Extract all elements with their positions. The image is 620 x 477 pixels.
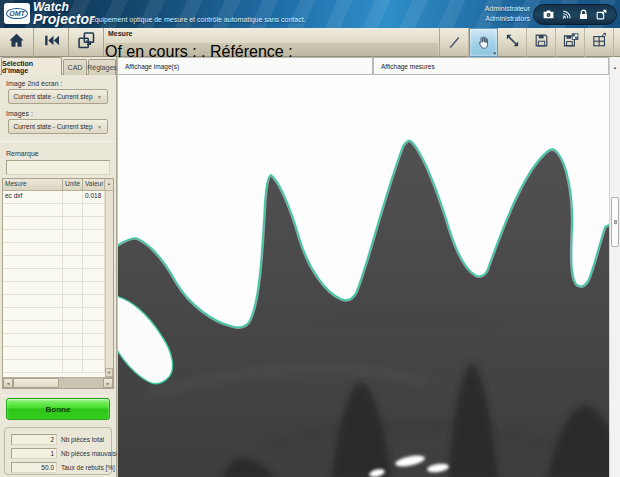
camera-image-viewport[interactable] bbox=[117, 75, 609, 477]
floppy-disk-icon bbox=[533, 32, 550, 53]
main-area: Affichage image(s) Affichage mesures bbox=[117, 57, 620, 477]
camera-icon[interactable] bbox=[542, 8, 555, 21]
col-valeur[interactable]: Valeur bbox=[83, 179, 105, 190]
main-toolbar: Mesure Of en cours : , Référence : test_… bbox=[0, 28, 620, 57]
scrollbar-grip bbox=[614, 220, 617, 224]
tab-affichage-images[interactable]: Affichage image(s) bbox=[117, 57, 373, 75]
home-button[interactable] bbox=[0, 28, 34, 57]
table-scroll-left[interactable]: ◄ bbox=[3, 378, 13, 388]
image-2nd-screen-select[interactable]: Current state - Current step ▼ bbox=[8, 89, 108, 104]
zoom-extents-button[interactable] bbox=[498, 28, 527, 57]
pan-hand-tool-button[interactable]: ▾ bbox=[469, 28, 498, 57]
line-tool-button[interactable] bbox=[440, 28, 469, 57]
omt-logo: OMT bbox=[4, 3, 30, 24]
table-row-empty bbox=[3, 217, 113, 230]
tab-cad[interactable]: CAD bbox=[63, 59, 87, 75]
save-image-with-overlay-button[interactable] bbox=[556, 28, 585, 57]
watchprojector-window: OMT Watch Projector Equipement optique d… bbox=[0, 0, 620, 477]
measure-table-header: Mesure Unité Valeur ▲ bbox=[3, 179, 113, 191]
lock-icon[interactable] bbox=[577, 8, 590, 21]
external-window-icon[interactable] bbox=[595, 8, 608, 21]
table-vertical-scrollbar[interactable] bbox=[105, 191, 113, 377]
table-row-empty bbox=[3, 269, 113, 282]
signal-icon[interactable] bbox=[560, 8, 573, 21]
table-scroll-up[interactable]: ▲ bbox=[105, 179, 113, 190]
images-label: Images : bbox=[6, 110, 33, 117]
rewind-icon bbox=[42, 31, 61, 54]
scrap-rate-label: Taux de rebuts [%] bbox=[61, 464, 115, 471]
divider bbox=[0, 141, 116, 142]
app-tagline: Equipement optique de mesure et contrôle… bbox=[90, 16, 306, 23]
measure-mode-button[interactable] bbox=[70, 28, 104, 57]
table-row-empty bbox=[3, 308, 113, 321]
back-to-start-button[interactable] bbox=[35, 28, 69, 57]
table-scroll-right[interactable]: ► bbox=[103, 378, 113, 388]
mode-info: Mesure bbox=[108, 30, 133, 37]
table-row-empty bbox=[3, 360, 113, 373]
measure-table-body: ec dxf 0.018 ▼ bbox=[3, 191, 113, 377]
image-vertical-scrollbar[interactable]: ▲ bbox=[609, 57, 620, 477]
total-parts-label: Nb pièces total bbox=[61, 436, 104, 443]
chevron-down-icon: ▼ bbox=[97, 94, 107, 100]
window-grid-icon bbox=[591, 32, 608, 53]
panel-tab-bar: Sélection d'image CAD Réglages bbox=[0, 57, 117, 75]
user-role-fr: Administrateur bbox=[485, 4, 530, 14]
tab-selection-image[interactable]: Sélection d'image bbox=[1, 57, 62, 75]
diagonal-arrows-icon bbox=[504, 32, 521, 53]
stat-scrap-rate: Taux de rebuts [%] bbox=[11, 461, 115, 473]
image-2nd-screen-label: Image 2nd écran : bbox=[6, 80, 62, 87]
table-row-empty bbox=[3, 295, 113, 308]
table-scroll-down[interactable]: ▼ bbox=[105, 368, 113, 377]
table-row-empty bbox=[3, 347, 113, 360]
table-row-empty bbox=[3, 230, 113, 243]
table-row-empty bbox=[3, 204, 113, 217]
production-stats-box: Nb pièces total Nb pièces mauvaise(s) Ta… bbox=[4, 427, 112, 475]
hand-tool-dropdown-arrow[interactable]: ▾ bbox=[493, 50, 496, 56]
tab-affichage-mesures[interactable]: Affichage mesures bbox=[373, 57, 609, 75]
floppy-disk-grid-icon bbox=[562, 32, 579, 53]
table-hscroll-thumb[interactable] bbox=[13, 378, 59, 388]
user-role-en: Administrators bbox=[485, 14, 530, 24]
order-reference-bar: Of en cours : , Référence : test_ecart_d… bbox=[105, 43, 438, 56]
remark-label: Remarque bbox=[6, 150, 39, 157]
mode-title: Mesure bbox=[108, 30, 133, 37]
brand-projector: Projector bbox=[33, 11, 94, 27]
overlapping-frames-icon bbox=[76, 30, 97, 55]
table-row[interactable]: ec dxf 0.018 bbox=[3, 191, 113, 204]
status-icon-group bbox=[533, 4, 617, 25]
total-parts-value[interactable] bbox=[11, 434, 57, 445]
save-image-button[interactable] bbox=[527, 28, 556, 57]
good-part-button[interactable]: Bonne bbox=[6, 398, 110, 420]
image-tool-group: ▾ bbox=[439, 28, 614, 57]
multi-view-layout-button[interactable] bbox=[585, 28, 614, 57]
scrap-rate-value[interactable] bbox=[11, 462, 57, 473]
table-row-empty bbox=[3, 321, 113, 334]
home-icon bbox=[7, 31, 26, 54]
table-hscroll-track[interactable] bbox=[59, 378, 103, 388]
stat-total-parts: Nb pièces total bbox=[11, 433, 104, 445]
stat-bad-parts: Nb pièces mauvaise(s) bbox=[11, 447, 127, 459]
table-horizontal-scrollbar[interactable]: ◄ ► bbox=[3, 377, 113, 388]
table-row-empty bbox=[3, 334, 113, 347]
left-panel: Sélection d'image CAD Réglages Image 2nd… bbox=[0, 57, 117, 477]
remark-input[interactable] bbox=[6, 160, 110, 175]
scrollbar-up-arrow[interactable]: ▲ bbox=[613, 65, 617, 70]
col-unite[interactable]: Unité bbox=[63, 179, 83, 190]
user-role: Administrateur Administrators bbox=[485, 4, 530, 24]
col-mesure[interactable]: Mesure bbox=[3, 179, 63, 190]
chevron-down-icon: ▼ bbox=[97, 124, 107, 130]
table-row-empty bbox=[3, 282, 113, 295]
scrollbar-thumb[interactable] bbox=[611, 197, 619, 247]
app-header: OMT Watch Projector Equipement optique d… bbox=[0, 0, 620, 28]
omt-logo-text: OMT bbox=[6, 8, 28, 19]
table-row-empty bbox=[3, 256, 113, 269]
divider bbox=[2, 395, 114, 396]
tab-reglages[interactable]: Réglages bbox=[88, 59, 116, 75]
gear-contour-image bbox=[118, 75, 609, 477]
table-row-empty bbox=[3, 243, 113, 256]
measure-table: Mesure Unité Valeur ▲ ec dxf 0.018 bbox=[2, 178, 114, 389]
images-select[interactable]: Current state - Current step ▼ bbox=[8, 119, 108, 134]
bad-parts-value[interactable] bbox=[11, 448, 57, 459]
